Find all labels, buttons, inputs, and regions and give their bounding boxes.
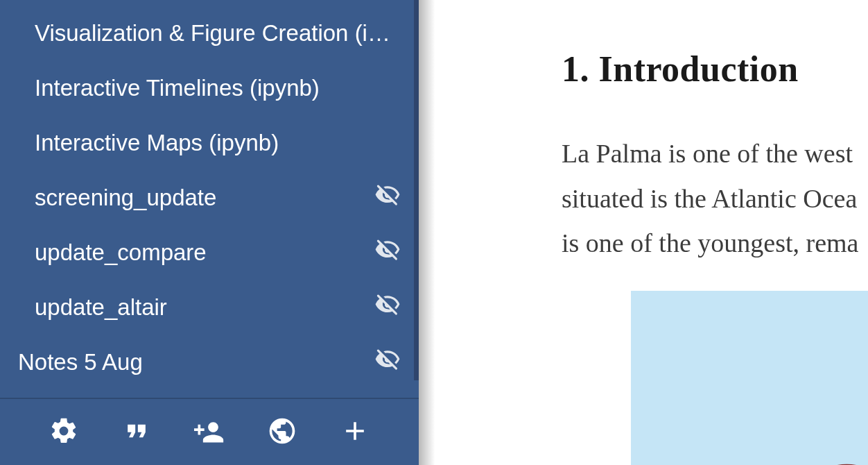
- sidebar-item-label: Interactive Timelines (ipynb): [35, 75, 320, 101]
- sidebar: Visualization & Figure Creation (ipy… In…: [0, 0, 419, 465]
- settings-button[interactable]: [44, 413, 83, 452]
- pane-divider-shadow: [419, 0, 437, 465]
- visibility-off-icon: [374, 346, 401, 378]
- sidebar-item-interactive-timelines[interactable]: Interactive Timelines (ipynb): [0, 60, 419, 115]
- citation-button[interactable]: [117, 413, 156, 452]
- plus-icon: [340, 416, 370, 449]
- add-button[interactable]: [336, 413, 374, 452]
- visibility-off-icon: [374, 237, 401, 269]
- group-add-icon: [194, 416, 225, 449]
- sidebar-item-label: Notes 5 Aug: [18, 349, 143, 375]
- sidebar-item-update-altair[interactable]: update_altair: [0, 280, 419, 335]
- visibility-off-icon: [374, 182, 401, 214]
- content-inner: 1. Introduction La Palma is one of the w…: [437, 0, 868, 465]
- sidebar-item-label: update_altair: [35, 294, 167, 321]
- sidebar-item-label: Visualization & Figure Creation (ipy…: [35, 20, 401, 46]
- body-line: is one of the youngest, rema: [562, 221, 868, 266]
- content-area: 1. Introduction La Palma is one of the w…: [437, 0, 868, 465]
- sidebar-item-update-compare[interactable]: update_compare: [0, 225, 419, 280]
- body-line: situated is the Atlantic Ocea: [562, 176, 868, 221]
- app-root: Visualization & Figure Creation (ipy… In…: [0, 0, 868, 465]
- sidebar-item-interactive-maps[interactable]: Interactive Maps (ipynb): [0, 115, 419, 170]
- sidebar-item-notes[interactable]: Notes 5 Aug: [0, 335, 419, 389]
- publish-button[interactable]: [263, 413, 302, 452]
- map-figure: [631, 291, 868, 465]
- scrollbar[interactable]: [414, 0, 419, 380]
- sidebar-item-screening-update[interactable]: screening_update: [0, 170, 419, 225]
- gear-icon: [49, 416, 79, 449]
- sidebar-item-label: screening_update: [35, 185, 216, 211]
- body-paragraph: La Palma is one of the west situated is …: [562, 131, 868, 266]
- sidebar-toolbar: [0, 399, 419, 465]
- page-title: 1. Introduction: [562, 49, 868, 90]
- island-shape-icon: [804, 461, 868, 465]
- visibility-off-icon: [374, 291, 401, 323]
- sidebar-item-label: Interactive Maps (ipynb): [35, 130, 279, 156]
- quote-icon: [121, 416, 152, 449]
- sidebar-item-label: update_compare: [35, 239, 207, 266]
- sidebar-list: Visualization & Figure Creation (ipy… In…: [0, 0, 419, 398]
- sidebar-item-visualization[interactable]: Visualization & Figure Creation (ipy…: [0, 6, 419, 60]
- globe-icon: [267, 416, 297, 449]
- collaborators-button[interactable]: [190, 413, 229, 452]
- body-line: La Palma is one of the west: [562, 131, 868, 176]
